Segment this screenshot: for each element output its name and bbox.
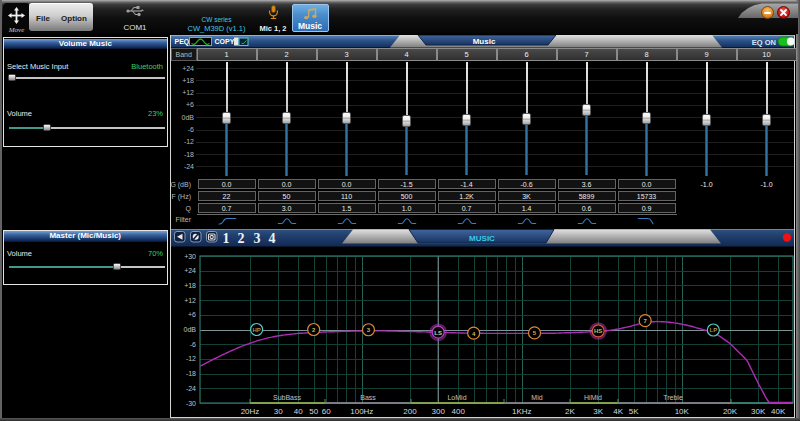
svg-text:+30: +30 [184,253,196,260]
svg-text:+18: +18 [184,282,196,289]
svg-text:0dB: 0dB [184,326,197,333]
svg-text:HP: HP [252,327,260,333]
svg-text:Bass: Bass [360,394,376,401]
svg-text:+12: +12 [184,297,196,304]
svg-text:20Hz: 20Hz [241,407,260,416]
svg-text:200: 200 [403,407,417,416]
svg-text:4K: 4K [613,407,623,416]
svg-text:60: 60 [322,407,331,416]
svg-text:-6: -6 [190,341,196,348]
svg-text:40K: 40K [771,407,786,416]
svg-text:10K: 10K [675,407,690,416]
svg-text:HS: HS [594,328,602,334]
svg-text:20K: 20K [723,407,738,416]
svg-text:300: 300 [432,407,446,416]
svg-text:+6: +6 [188,311,196,318]
svg-text:400: 400 [452,407,466,416]
svg-text:-24: -24 [186,385,196,392]
svg-text:SubBass: SubBass [273,394,302,401]
svg-text:Treble: Treble [663,394,683,401]
svg-text:-18: -18 [186,370,196,377]
svg-text:-30: -30 [186,400,196,407]
svg-text:2K: 2K [565,407,575,416]
svg-text:-12: -12 [186,355,196,362]
svg-text:Mid: Mid [531,394,542,401]
svg-text:LS: LS [434,330,442,336]
svg-text:30K: 30K [751,407,766,416]
svg-text:5K: 5K [629,407,639,416]
svg-text:+24: +24 [184,267,196,274]
svg-text:100Hz: 100Hz [350,407,373,416]
svg-text:LoMid: LoMid [447,394,466,401]
svg-text:1KHz: 1KHz [512,407,532,416]
svg-text:3K: 3K [593,407,603,416]
svg-text:40: 40 [294,407,303,416]
svg-text:HiMid: HiMid [584,394,602,401]
svg-text:LP: LP [709,327,717,333]
svg-text:30: 30 [274,407,283,416]
svg-text:50: 50 [309,407,318,416]
